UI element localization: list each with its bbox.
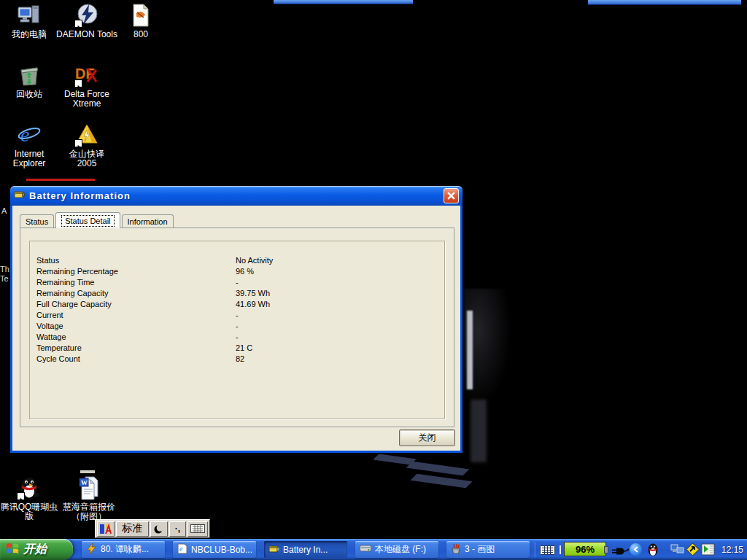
- row-label: Remaining Percentage: [36, 267, 118, 276]
- desktop-icon-kingsoft[interactable]: 金山快译 2005: [55, 122, 118, 168]
- tab-label: Status Detail: [61, 215, 114, 227]
- ime-fullwidth-moon-icon[interactable]: [150, 521, 168, 537]
- taskbar-item-label: 3 - 画图: [465, 543, 495, 556]
- qq-tray-icon[interactable]: [646, 542, 659, 560]
- row-label: Temperature: [36, 343, 82, 352]
- taskbar-item-battery[interactable]: Battery In...: [264, 541, 347, 558]
- hidden-window-top-edge: [274, 0, 413, 4]
- desktop-icon-delta-force[interactable]: DF Delta Force Xtreme: [55, 63, 118, 109]
- tab-label: Information: [128, 217, 168, 226]
- row-value: 96 %: [236, 267, 254, 276]
- table-row: Voltage-: [36, 322, 440, 332]
- daemon-tools-icon: [74, 3, 99, 28]
- row-label: Cycle Count: [36, 354, 80, 363]
- paint-icon: [451, 543, 461, 556]
- ime-punctuation-button[interactable]: ·,: [169, 521, 187, 537]
- shortcut-arrow-icon: [17, 492, 25, 500]
- qq-penguin-icon: [17, 475, 42, 500]
- ime-tray-diamond-icon[interactable]: [686, 542, 700, 559]
- hidden-icon-fragment: [80, 470, 95, 473]
- desktop-icon-label: 我的电脑: [12, 30, 47, 39]
- dialog-tabstrip: Status Status Detail Information: [20, 212, 175, 228]
- svg-text:e: e: [20, 123, 29, 146]
- ie-page-icon: e: [177, 543, 187, 556]
- status-detail-panel: StatusNo Activity Remaining Percentage96…: [20, 228, 454, 427]
- status-detail-groupbox: StatusNo Activity Remaining Percentage96…: [29, 241, 445, 419]
- svg-text:e: e: [179, 545, 183, 553]
- document-icon: [128, 3, 153, 28]
- row-value: -: [236, 322, 239, 330]
- desktop-icon-label: Delta Force Xtreme: [64, 90, 109, 109]
- row-label: Full Charge Capacity: [36, 300, 112, 308]
- shortcut-arrow-icon: [74, 79, 82, 88]
- desktop-icon-daemon-tools[interactable]: DAEMON Tools: [55, 3, 118, 39]
- hide-tray-icons-chevron[interactable]: [630, 543, 642, 556]
- tab-status[interactable]: Status: [20, 214, 54, 228]
- cutoff-label: A: [1, 206, 7, 215]
- dialog-title: Battery Information: [29, 190, 440, 201]
- power-plug-icon[interactable]: [611, 545, 630, 559]
- taskbar-item-label: NBCLUB-Bob...: [191, 545, 252, 555]
- wallpaper-stripe: [410, 474, 472, 488]
- desktop-icon-label: 800: [133, 30, 148, 39]
- tab-status-detail[interactable]: Status Detail: [55, 212, 120, 228]
- desktop-icon-label: 回收站: [16, 90, 42, 99]
- ime-logo-icon[interactable]: [97, 521, 115, 537]
- batterymon-tray-icon[interactable]: [701, 543, 715, 559]
- taskbar-item-paint[interactable]: 3 - 画图: [446, 541, 530, 558]
- keyboard-tray-icon[interactable]: [540, 545, 555, 558]
- row-value: 82: [236, 354, 244, 363]
- tray-separator: [535, 542, 535, 557]
- battery-gauge-terminal: [604, 546, 608, 553]
- start-button[interactable]: 开始: [0, 539, 73, 560]
- battery-gauge[interactable]: 96%: [564, 542, 606, 556]
- start-label: 开始: [23, 542, 47, 557]
- network-tray-icon[interactable]: [670, 544, 685, 558]
- desktop-icon-qq[interactable]: 腾讯QQ珊瑚虫 版: [0, 475, 58, 521]
- windows-flag-icon: [5, 541, 20, 559]
- desktop-icon-label: 金山快译 2005: [69, 149, 104, 168]
- delta-force-icon: DF: [74, 63, 99, 88]
- table-row: Remaining Capacity39.75 Wh: [36, 289, 440, 300]
- desktop-icon-800[interactable]: 800: [115, 3, 166, 39]
- desktop-icon-internet-explorer[interactable]: e Internet Explorer: [0, 122, 58, 168]
- ime-softkeyboard-icon[interactable]: [187, 521, 208, 537]
- ime-mode-button[interactable]: 标准: [116, 521, 149, 537]
- table-row: Temperature21 C: [36, 343, 440, 354]
- wallpaper-stripe: [406, 462, 470, 476]
- desktop-icon-recycle-bin[interactable]: 回收站: [0, 63, 58, 99]
- cutoff-label: Th: [0, 265, 9, 273]
- recycle-bin-icon: [17, 63, 42, 88]
- taskbar-item-ie[interactable]: e NBCLUB-Bob...: [173, 541, 256, 558]
- row-value: 41.69 Wh: [236, 300, 270, 308]
- close-button[interactable]: 关闭: [399, 429, 455, 446]
- desktop-icon-label: Internet Explorer: [13, 149, 46, 168]
- taskbar-item-label: 本地磁盘 (F:): [375, 543, 426, 556]
- row-label: Status: [36, 256, 59, 265]
- row-value: -: [236, 311, 239, 319]
- kingsoft-fasttrans-icon: [74, 122, 99, 147]
- row-label: Remaining Time: [36, 278, 94, 287]
- wallpaper-smudge: [471, 400, 487, 462]
- taskbar-item-music[interactable]: 80. 谭咏麟...: [82, 541, 165, 558]
- tab-information[interactable]: Information: [122, 214, 174, 228]
- row-value: -: [236, 278, 239, 287]
- taskbar-item-local-disk[interactable]: 本地磁盘 (F:): [355, 541, 438, 558]
- desktop-icon-word-doc[interactable]: W 慧海音箱报价 （附图）: [55, 475, 123, 521]
- tray-divider: [560, 545, 561, 554]
- row-value: 21 C: [236, 343, 252, 352]
- ime-language-bar[interactable]: 标准 ·,: [95, 519, 210, 538]
- desktop-icon-my-computer[interactable]: 我的电脑: [0, 3, 58, 39]
- wallpaper-highlight: [467, 311, 473, 389]
- dialog-titlebar[interactable]: Battery Information: [10, 186, 462, 206]
- close-icon[interactable]: [444, 188, 459, 203]
- row-label: Current: [36, 311, 63, 319]
- dialog-body: Status Status Detail Information StatusN…: [10, 206, 462, 453]
- row-label: Voltage: [36, 322, 63, 330]
- word-document-icon: W: [77, 475, 101, 500]
- battery-icon: [268, 544, 279, 556]
- hidden-icon-fragment: [26, 179, 95, 181]
- shortcut-arrow-icon: [74, 20, 82, 28]
- my-computer-icon: [17, 3, 42, 28]
- tray-clock[interactable]: 12:15: [718, 539, 747, 560]
